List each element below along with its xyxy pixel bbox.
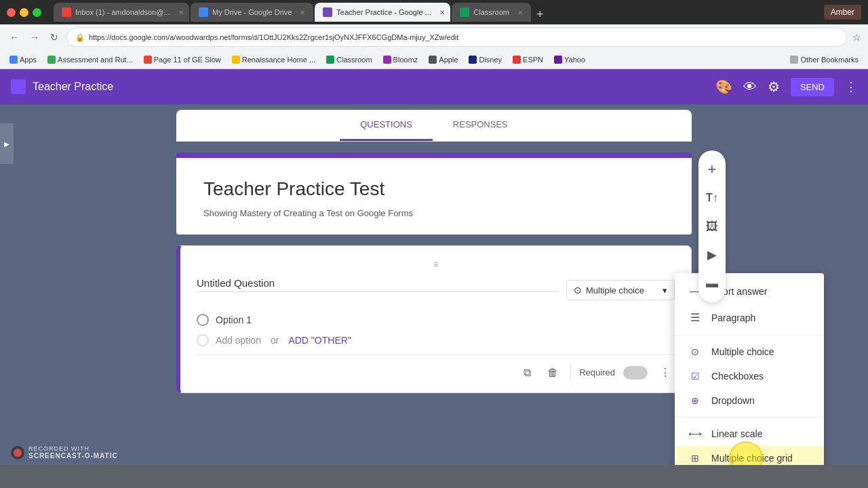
reload-button[interactable]: ↻ bbox=[47, 29, 61, 45]
bookmark-bloomz-favicon bbox=[383, 56, 391, 64]
paragraph-icon: ☰ bbox=[688, 311, 702, 324]
question-footer: ⧉ 🗑 Required ⋮ bbox=[197, 354, 675, 386]
question-title-input[interactable] bbox=[197, 277, 558, 292]
checkboxes-icon: ☑ bbox=[688, 371, 702, 382]
tab-classroom[interactable]: Classroom ✕ bbox=[452, 3, 531, 22]
add-question-button[interactable]: + bbox=[698, 156, 726, 183]
new-tab-button[interactable]: + bbox=[536, 7, 544, 22]
bookmark-assessment-favicon bbox=[47, 56, 56, 64]
radio-add-option bbox=[197, 334, 209, 346]
close-window-button[interactable] bbox=[7, 8, 16, 17]
bookmark-other[interactable]: Other Bookmarks bbox=[787, 54, 861, 65]
dropdown-icon: ⊕ bbox=[688, 395, 702, 406]
preview-icon[interactable]: 👁 bbox=[743, 79, 757, 95]
bookmark-apple-favicon bbox=[429, 56, 437, 64]
bookmark-assessment[interactable]: Assessment and Rut... bbox=[45, 54, 136, 65]
bookmark-yahoo-label: Yahoo bbox=[564, 56, 585, 64]
bookmark-yahoo[interactable]: Yahoo bbox=[551, 54, 588, 65]
bookmark-espn-label: ESPN bbox=[523, 56, 543, 64]
radio-option-1 bbox=[197, 314, 209, 326]
menu-checkboxes-label: Checkboxes bbox=[711, 371, 764, 382]
add-title-button[interactable]: T↑ bbox=[698, 184, 726, 211]
chevron-down-icon: ▾ bbox=[663, 285, 667, 296]
settings-icon[interactable]: ⚙ bbox=[768, 79, 780, 95]
drag-handle[interactable]: ≡ bbox=[197, 260, 675, 269]
tab-classroom-close[interactable]: ✕ bbox=[517, 9, 523, 16]
question-type-selector[interactable]: ⊙ Multiple choice ▾ bbox=[566, 280, 675, 300]
forms-app-title: Teacher Practice bbox=[33, 81, 113, 93]
bookmark-star-icon[interactable]: ☆ bbox=[852, 32, 861, 43]
bookmark-bloomz[interactable]: Bloomz bbox=[380, 54, 421, 65]
required-toggle[interactable] bbox=[623, 366, 648, 380]
menu-item-short-answer[interactable]: — Short answer bbox=[675, 279, 824, 304]
tab-drive-close[interactable]: ✕ bbox=[300, 9, 305, 16]
maximize-window-button[interactable] bbox=[33, 8, 41, 17]
bookmark-disney-label: Disney bbox=[479, 56, 502, 64]
bookmark-apple[interactable]: Apple bbox=[426, 54, 460, 65]
chevron-right-icon: ▶ bbox=[4, 140, 9, 148]
right-toolbar: + T↑ 🖼 ▶ ▬ bbox=[698, 150, 726, 302]
footer-divider bbox=[570, 365, 571, 381]
bookmark-apps[interactable]: Apps bbox=[7, 54, 39, 65]
minimize-window-button[interactable] bbox=[20, 8, 28, 17]
form-title: Teacher Practice Test bbox=[203, 178, 665, 200]
add-other-link[interactable]: ADD "OTHER" bbox=[288, 335, 351, 346]
menu-multiple-choice-grid-label: Multiple choice grid bbox=[711, 453, 793, 464]
menu-item-multiple-choice[interactable]: ⊙ Multiple choice bbox=[675, 340, 824, 364]
menu-item-checkboxes[interactable]: ☑ Checkboxes bbox=[675, 364, 824, 388]
more-icon[interactable]: ⋮ bbox=[845, 79, 857, 94]
tab-drive[interactable]: My Drive - Google Drive ✕ bbox=[191, 3, 313, 22]
multiple-choice-grid-icon: ⊞ bbox=[688, 453, 702, 464]
menu-item-linear-scale[interactable]: ⟷ Linear scale bbox=[675, 422, 824, 446]
bookmark-classroom[interactable]: Classroom bbox=[323, 54, 375, 65]
tab-gmail[interactable]: Inbox (1) - amdonaldson@... ✕ bbox=[54, 3, 189, 22]
tab-forms-label: Teacher Practice - Google ... bbox=[336, 8, 431, 16]
bookmark-disney[interactable]: Disney bbox=[466, 54, 505, 65]
profile-button[interactable]: Amber bbox=[824, 5, 861, 20]
add-section-button[interactable]: ▬ bbox=[698, 270, 726, 297]
menu-item-multiple-choice-grid[interactable]: ⊞ Multiple choice grid bbox=[675, 446, 824, 465]
back-button[interactable]: ← bbox=[7, 29, 22, 45]
linear-scale-icon: ⟷ bbox=[688, 428, 702, 439]
multiple-choice-menu-icon: ⊙ bbox=[688, 346, 702, 357]
bookmark-espn-favicon bbox=[513, 56, 521, 64]
classroom-favicon bbox=[460, 7, 469, 17]
bookmark-page11-label: Page 11 of GE Slow bbox=[154, 56, 221, 64]
more-options-button[interactable]: ⋮ bbox=[656, 362, 675, 383]
drive-favicon bbox=[199, 7, 208, 17]
tab-questions[interactable]: QUESTIONS bbox=[340, 110, 433, 141]
add-video-button[interactable]: ▶ bbox=[698, 241, 726, 268]
add-image-button[interactable]: 🖼 bbox=[698, 213, 726, 240]
forms-icon bbox=[11, 79, 26, 94]
tab-forms-close[interactable]: ✕ bbox=[439, 9, 445, 16]
add-option-or: or bbox=[271, 335, 279, 346]
bookmark-apps-favicon bbox=[9, 56, 18, 64]
menu-item-paragraph[interactable]: ☰ Paragraph bbox=[675, 304, 824, 331]
watermark-line1: RECORDED WITH bbox=[28, 445, 118, 452]
menu-divider-2 bbox=[675, 417, 824, 418]
add-option-text[interactable]: Add option bbox=[216, 335, 261, 346]
bookmark-other-favicon bbox=[790, 56, 798, 64]
bookmarks-bar: Apps Assessment and Rut... Page 11 of GE… bbox=[0, 50, 868, 69]
forward-button[interactable]: → bbox=[27, 29, 42, 45]
duplicate-button[interactable]: ⧉ bbox=[519, 363, 535, 383]
bookmark-classroom-label: Classroom bbox=[336, 56, 372, 64]
delete-button[interactable]: 🗑 bbox=[543, 363, 562, 383]
watermark-line2: SCREENCAST-O-MATIC bbox=[28, 452, 118, 460]
bookmark-espn[interactable]: ESPN bbox=[510, 54, 546, 65]
send-button[interactable]: SEND bbox=[791, 78, 834, 96]
tab-classroom-label: Classroom bbox=[473, 8, 509, 16]
bookmark-renaissance-label: Renaissance Home ... bbox=[242, 56, 315, 64]
address-bar[interactable]: 🔒 https://docs.google.com/a/woodwardps.n… bbox=[66, 28, 847, 47]
bookmark-renaissance[interactable]: Renaissance Home ... bbox=[229, 54, 318, 65]
menu-item-dropdown[interactable]: ⊕ Dropdown bbox=[675, 388, 824, 413]
tab-responses[interactable]: RESPONSES bbox=[433, 110, 528, 141]
left-panel-toggle[interactable]: ▶ bbox=[0, 123, 14, 164]
question-card: ≡ ⊙ Multiple choice ▾ bbox=[176, 245, 692, 393]
tab-gmail-close[interactable]: ✕ bbox=[178, 9, 184, 16]
forms-favicon bbox=[323, 7, 332, 17]
palette-icon[interactable]: 🎨 bbox=[715, 79, 732, 95]
tab-forms[interactable]: Teacher Practice - Google ... ✕ bbox=[315, 3, 450, 22]
bookmark-page11[interactable]: Page 11 of GE Slow bbox=[141, 54, 224, 65]
lock-icon: 🔒 bbox=[75, 33, 85, 42]
